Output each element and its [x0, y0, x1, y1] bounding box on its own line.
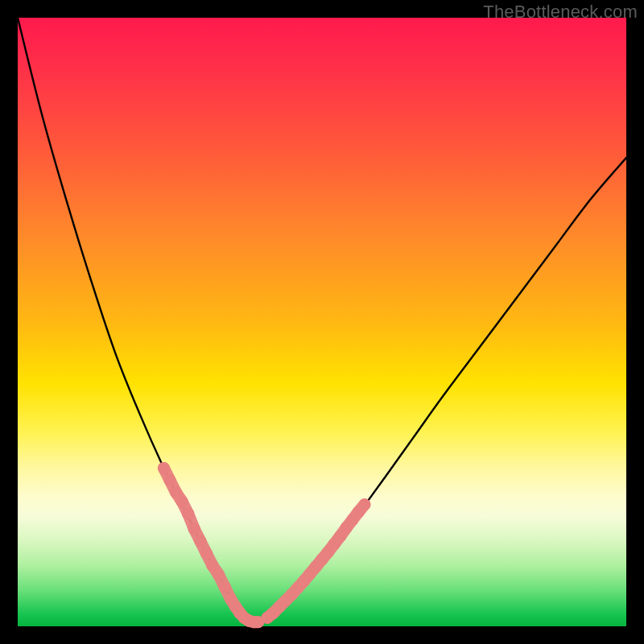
left-marker-run-dot [176, 496, 188, 508]
left-marker-run-dot [188, 523, 200, 535]
left-marker-run-dot [158, 462, 170, 474]
left-marker-run-dot [182, 508, 194, 520]
left-marker-run-dot [219, 580, 231, 592]
left-marker-run-dot [200, 547, 213, 559]
left-marker-run-dot [164, 474, 176, 486]
chart-frame: TheBottleneck.com [0, 0, 644, 644]
bottleneck-curve [18, 18, 626, 622]
right-marker-run-dot [358, 498, 370, 510]
left-marker-run-dot [213, 568, 225, 580]
left-marker-run-dot [194, 535, 206, 547]
curve-overlay [18, 18, 626, 626]
